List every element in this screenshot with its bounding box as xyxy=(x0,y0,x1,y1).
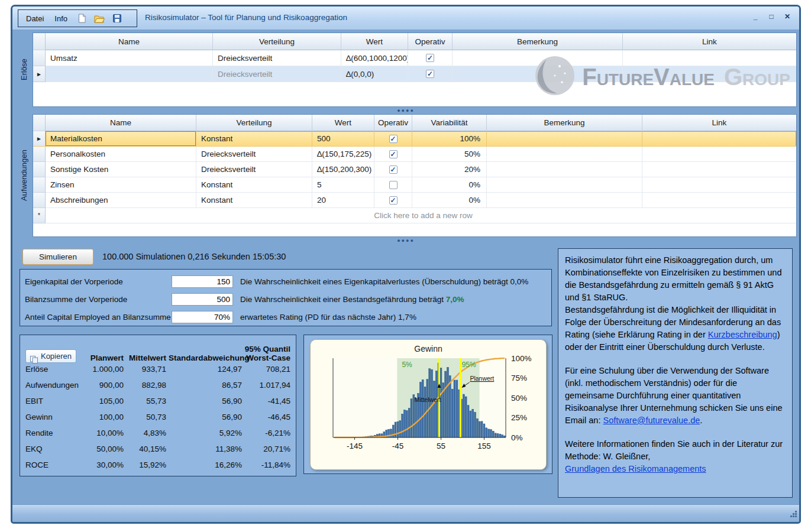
column-header[interactable]: Verteilung xyxy=(213,33,341,50)
column-header[interactable]: Operativ xyxy=(408,33,453,50)
cell-operativ[interactable] xyxy=(374,177,412,193)
cell-verteilung[interactable]: Dreiecksverteilt xyxy=(213,66,341,82)
table-row[interactable]: AbschreibungenKonstant20✓0% xyxy=(33,193,796,208)
info-link[interactable]: Grundlagen des Risikomanagements xyxy=(565,464,706,473)
table-row[interactable]: Sonstige KostenDreiecksverteilt∆(150,200… xyxy=(33,162,796,177)
cell-wert[interactable]: ∆(0,0,0) xyxy=(341,66,408,82)
cell-bemerkung[interactable] xyxy=(487,147,642,162)
cell-link[interactable] xyxy=(642,193,796,208)
menu-info[interactable]: Info xyxy=(50,12,72,25)
cell-name[interactable]: Zinsen xyxy=(46,177,196,193)
cell-verteilung[interactable]: Dreiecksverteilt xyxy=(196,147,312,162)
erloese-grid-area: NameVerteilungWertOperativBemerkungLinkU… xyxy=(33,33,797,107)
operativ-checkbox[interactable]: ✓ xyxy=(426,70,434,78)
bilanzsumme-label: Bilanzsumme der Vorperiode xyxy=(25,295,172,304)
cell-link[interactable] xyxy=(642,162,796,177)
operativ-checkbox[interactable]: ✓ xyxy=(389,166,398,174)
operativ-checkbox[interactable]: ✓ xyxy=(426,54,434,62)
menu-datei[interactable]: Datei xyxy=(22,12,48,25)
cell-name[interactable]: Sonstige Kosten xyxy=(46,162,196,177)
cell-link[interactable] xyxy=(623,66,796,82)
cell-variabilitaet[interactable]: 20% xyxy=(412,162,487,177)
cell-bemerkung[interactable] xyxy=(487,193,642,208)
save-icon[interactable] xyxy=(109,11,125,25)
column-header[interactable]: Operativ xyxy=(374,115,412,131)
column-header[interactable]: Link xyxy=(623,33,796,50)
cell-link[interactable] xyxy=(642,131,796,147)
splitter-handle-2[interactable]: ●●●● xyxy=(15,237,797,244)
column-header[interactable]: Name xyxy=(46,33,213,50)
capital-employed-input[interactable] xyxy=(172,311,233,323)
cell-name[interactable]: Abschreibungen xyxy=(46,193,196,208)
cell-variabilitaet[interactable]: 100% xyxy=(412,131,487,147)
column-header[interactable]: Link xyxy=(642,115,796,131)
table-row[interactable]: UmsatzDreiecksverteilt∆(600,1000,1200)✓ xyxy=(33,50,796,66)
cell-link[interactable] xyxy=(623,50,796,66)
column-header[interactable]: Verteilung xyxy=(196,115,312,131)
operativ-checkbox[interactable]: ✓ xyxy=(389,135,398,143)
results-row: ROCE30,00%15,92%16,26%-11,84% xyxy=(23,457,293,473)
cell-operativ[interactable]: ✓ xyxy=(374,131,412,147)
cell-bemerkung[interactable] xyxy=(453,66,623,82)
cell-verteilung[interactable]: Konstant xyxy=(196,177,312,193)
cell-operativ[interactable]: ✓ xyxy=(374,193,412,208)
cell-verteilung[interactable]: Dreiecksverteilt xyxy=(196,162,312,177)
column-header[interactable]: Bemerkung xyxy=(453,33,623,50)
cell-link[interactable] xyxy=(642,177,796,193)
results-value: 900,00 xyxy=(85,381,126,390)
cell-name[interactable]: Materialkosten xyxy=(46,131,196,147)
cell-wert[interactable]: ∆(150,175,225) xyxy=(312,147,374,162)
cell-wert[interactable]: ∆(150,200,300) xyxy=(312,162,374,177)
new-document-icon[interactable] xyxy=(74,11,89,25)
cell-verteilung[interactable]: Konstant xyxy=(196,131,312,147)
operativ-checkbox[interactable]: ✓ xyxy=(389,196,398,205)
column-header[interactable]: Bemerkung xyxy=(487,115,642,131)
minimize-button[interactable]: _ xyxy=(749,11,761,22)
simulieren-button[interactable]: Simulieren xyxy=(22,249,93,265)
cell-bemerkung[interactable] xyxy=(487,177,642,193)
cell-bemerkung[interactable] xyxy=(487,131,642,147)
cell-variabilitaet[interactable]: 50% xyxy=(412,147,487,162)
column-header[interactable]: Name xyxy=(46,115,196,131)
cell-verteilung[interactable]: Konstant xyxy=(196,193,312,208)
operativ-checkbox[interactable] xyxy=(389,181,398,189)
table-row[interactable]: ZinsenKonstant50% xyxy=(33,177,796,193)
cell-wert[interactable]: 500 xyxy=(312,131,374,147)
results-panel: Kopieren Planwert Mittelwert Standardabw… xyxy=(20,335,296,476)
cell-wert[interactable]: ∆(600,1000,1200) xyxy=(341,50,408,66)
cell-verteilung[interactable]: Dreiecksverteilt xyxy=(213,50,341,66)
resize-grip-icon[interactable] xyxy=(790,510,797,520)
add-row-text[interactable]: Click here to add a new row xyxy=(46,208,796,223)
splitter-handle[interactable]: ●●●● xyxy=(15,107,797,114)
cell-operativ[interactable]: ✓ xyxy=(374,147,412,162)
column-header[interactable]: Wert xyxy=(341,33,408,50)
table-row[interactable]: ►Dreiecksverteilt∆(0,0,0)✓ xyxy=(33,66,796,82)
table-row[interactable]: PersonalkostenDreiecksverteilt∆(150,175,… xyxy=(33,147,796,162)
cell-name[interactable] xyxy=(46,66,213,82)
cell-operativ[interactable]: ✓ xyxy=(408,66,453,82)
cell-bemerkung[interactable] xyxy=(487,162,642,177)
cell-wert[interactable]: 5 xyxy=(312,177,374,193)
eigenkapital-input[interactable] xyxy=(172,275,233,288)
cell-wert[interactable]: 20 xyxy=(312,193,374,208)
column-header[interactable]: Variabilität xyxy=(412,115,487,131)
copy-button[interactable]: Kopieren xyxy=(25,349,76,363)
cell-name[interactable]: Umsatz xyxy=(46,50,213,66)
cell-bemerkung[interactable] xyxy=(453,50,623,66)
maximize-button[interactable]: □ xyxy=(765,11,777,22)
table-row[interactable]: ►MaterialkostenKonstant500✓100% xyxy=(33,131,796,147)
open-folder-icon[interactable] xyxy=(92,11,107,25)
cell-name[interactable]: Personalkosten xyxy=(46,147,196,162)
info-link[interactable]: Kurzbeschreibung xyxy=(708,330,777,339)
close-button[interactable]: ✕ xyxy=(781,11,793,22)
cell-operativ[interactable]: ✓ xyxy=(408,50,453,66)
bilanzsumme-input[interactable] xyxy=(172,293,233,306)
cell-variabilitaet[interactable]: 0% xyxy=(412,193,487,208)
column-header[interactable]: Wert xyxy=(312,115,374,131)
cell-variabilitaet[interactable]: 0% xyxy=(412,177,487,193)
add-new-row[interactable]: *Click here to add a new row xyxy=(33,208,796,223)
operativ-checkbox[interactable]: ✓ xyxy=(389,150,398,158)
cell-operativ[interactable]: ✓ xyxy=(374,162,412,177)
cell-link[interactable] xyxy=(642,147,796,162)
info-link[interactable]: Software@futurevalue.de xyxy=(603,416,700,425)
